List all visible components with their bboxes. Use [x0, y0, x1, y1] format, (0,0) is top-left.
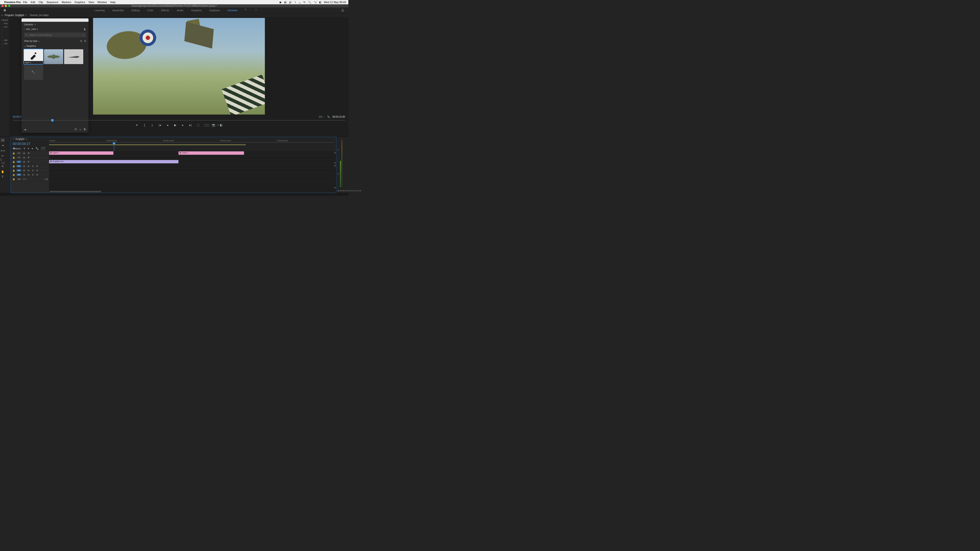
timeline-vscroll[interactable] [334, 162, 336, 164]
sync-lock-icon[interactable]: ⊟ [23, 174, 25, 176]
track-header-a2[interactable]: 🔒 A2 ⊟ M S 🎙 [11, 168, 49, 173]
track-header-v2[interactable]: 🔒 V2 ⊟ 👁 [11, 156, 49, 160]
selection-tool[interactable]: ▭ [1, 138, 5, 142]
sort-icon[interactable]: ⇅ [80, 40, 82, 42]
trash-icon[interactable]: 🗑 [83, 128, 86, 131]
go-to-in-button[interactable]: |◂ [158, 124, 162, 127]
timeline-vscroll[interactable] [334, 165, 336, 167]
view-by-dropdown[interactable]: View by type ⌄ [24, 40, 40, 42]
track-header-a3[interactable]: 🔒 A3 ⊟ M S 🎙 [11, 173, 49, 177]
ws-editing[interactable]: Editing [131, 8, 140, 13]
timeline-lanes[interactable]: ▧ Layer 6 ▧ Layer 1 ▧ Dogfight.mov [49, 151, 336, 193]
sync-lock-icon[interactable]: ⊟ [23, 165, 25, 167]
ws-audio[interactable]: Audio [177, 8, 184, 13]
volume-icon[interactable]: 🔊 [289, 1, 292, 4]
button-editor-icon[interactable]: ＋ [216, 123, 220, 127]
source-tab[interactable]: Source: (no clips) [30, 14, 49, 16]
sequence-menu-icon[interactable]: ≡ [26, 138, 27, 140]
sync-lock-icon[interactable]: ⊟ [23, 152, 25, 154]
wrench-icon[interactable]: 🔧 [327, 116, 330, 118]
ws-graphics[interactable]: Graphics [191, 8, 202, 13]
clock[interactable]: Wed 12 May 09:43 [324, 1, 346, 3]
mute-button[interactable]: M [27, 169, 30, 172]
voiceover-icon[interactable]: 🎙 [36, 165, 38, 167]
ws-captions[interactable]: Captions [209, 8, 220, 13]
wifi-icon[interactable]: ⚊ [299, 1, 301, 4]
search-input[interactable] [29, 34, 81, 37]
cloud-sync-icon[interactable]: ☁ [24, 128, 27, 131]
export-frame-button[interactable]: 📷 [212, 124, 215, 127]
program-timecode-current[interactable]: 00:00:04 [13, 116, 22, 118]
clip[interactable]: ▧ Layer 6 [49, 151, 113, 155]
track-header-a1[interactable]: 🔒 A1 ⊟ M S 🎙 [11, 164, 49, 168]
toggle-track-output-icon[interactable]: 👁 [27, 152, 30, 154]
lock-icon[interactable]: 🔒 [12, 174, 15, 176]
program-zoom-dropdown[interactable]: 1/2 ⌄ [319, 116, 325, 118]
track-header-v3[interactable]: 🔒 V3 ⊟ 👁 [11, 151, 49, 156]
sidebar-item[interactable] [0, 35, 9, 38]
razor-tool[interactable]: ✂ [1, 154, 5, 158]
linked-selection-icon[interactable]: ⚲ [24, 147, 25, 150]
lock-icon[interactable]: 🔒 [12, 165, 15, 167]
step-back-button[interactable]: ◂ [166, 124, 169, 127]
step-forward-button[interactable]: ▸ [181, 124, 185, 127]
menu-file[interactable]: File [23, 1, 27, 3]
ws-overflow-icon[interactable]: » [255, 8, 257, 13]
sidebar-item[interactable] [0, 32, 9, 35]
mute-button[interactable]: M [27, 165, 30, 167]
timeline-timecode[interactable]: 00:00:04:27 [13, 142, 47, 146]
lock-icon[interactable]: 🔒 [12, 169, 15, 172]
program-video[interactable] [93, 18, 265, 114]
menu-clip[interactable]: Clip [38, 1, 43, 3]
playhead-icon[interactable] [51, 119, 54, 121]
menu-view[interactable]: View [88, 1, 94, 3]
ws-learning[interactable]: Learning [94, 8, 105, 13]
library-item-placeholder[interactable] [24, 65, 43, 80]
type-tool[interactable]: T [1, 175, 5, 179]
audio-meter[interactable]: S S dB-54-48-42-36-30-24-18-12-60 [336, 137, 348, 193]
sidebar-item[interactable] [0, 29, 9, 32]
libraries-menu-icon[interactable]: ≡ [35, 23, 36, 26]
settings-icon[interactable]: ● [32, 147, 33, 150]
go-to-out-button[interactable]: ▸| [189, 124, 192, 127]
ws-assembly[interactable]: Assembly [112, 8, 124, 13]
ws-menu-icon[interactable]: ≡ [245, 8, 246, 13]
graphics-section-header[interactable]: ⌄ Graphics [22, 44, 89, 48]
libraries-window-titlebar[interactable] [22, 18, 89, 22]
solo-button[interactable]: S [31, 165, 34, 167]
spotlight-icon[interactable]: 🔍 [308, 1, 311, 4]
sidebar-item[interactable]: Cre [0, 42, 9, 45]
timeline-vscroll[interactable] [334, 152, 336, 154]
sequence-tab[interactable]: Dogfight [16, 138, 24, 140]
ws-libraries[interactable]: Libraries [227, 8, 238, 13]
track-select-tool[interactable]: ⇥ [1, 143, 5, 147]
solo-button[interactable]: S [31, 174, 34, 176]
ripple-edit-tool[interactable]: ⟷ [1, 149, 5, 152]
lock-icon[interactable]: 🔒 [12, 178, 15, 180]
share-button[interactable] [341, 9, 348, 12]
menu-markers[interactable]: Markers [62, 1, 71, 3]
timeline-zoom-scrollbar[interactable] [49, 191, 101, 192]
list-view-icon[interactable]: ☰ [84, 40, 86, 42]
sync-lock-icon[interactable]: ⊟ [23, 169, 25, 172]
menu-graphics[interactable]: Graphics [75, 1, 85, 3]
toggle-track-output-icon[interactable]: 👁 [27, 161, 30, 163]
window-controls[interactable] [2, 5, 10, 7]
mix-output-icon[interactable]: ⟶| [44, 178, 48, 180]
cc-icon[interactable]: ◉ [279, 1, 282, 4]
extract-button[interactable]: ⬚⬚ [204, 124, 207, 127]
zoom-icon[interactable] [8, 5, 10, 7]
program-scrubber[interactable] [13, 119, 345, 121]
mark-out-button[interactable]: } [151, 124, 154, 127]
search-dropdown-icon[interactable]: ⌄ [82, 33, 85, 37]
library-item[interactable]: Layer 1 [24, 49, 43, 64]
program-tab[interactable]: Program: Dogfight ≡ [5, 14, 27, 16]
solo-button[interactable]: S [31, 169, 34, 172]
wrench-icon[interactable]: 🔧 [35, 147, 39, 150]
mark-in-button[interactable]: { [143, 124, 146, 127]
clip[interactable]: ▧ Layer 1 [178, 151, 244, 155]
library-search[interactable]: ⌄ [24, 33, 86, 37]
close-icon[interactable] [2, 5, 3, 7]
control-center-icon[interactable]: ⌥ [313, 1, 317, 4]
sidebar-item[interactable]: Fav [0, 22, 9, 25]
